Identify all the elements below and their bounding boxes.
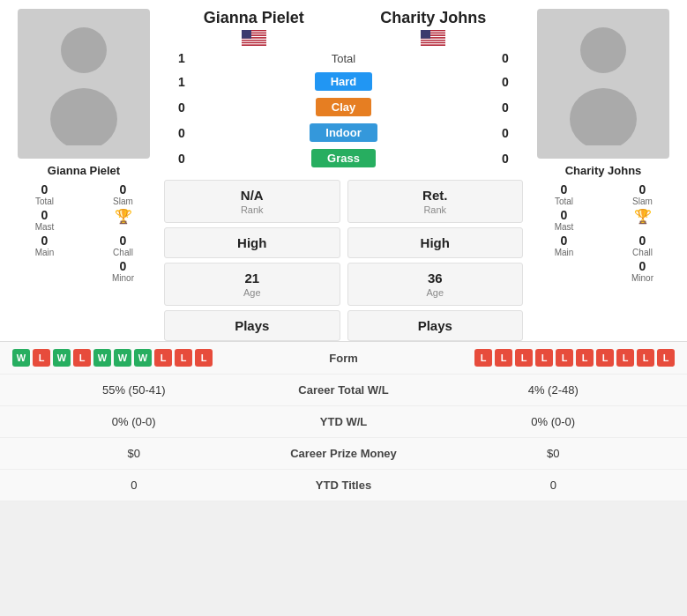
form-badge-left: W <box>12 349 30 367</box>
left-plays-box: Plays <box>164 310 340 341</box>
indoor-badge: Indoor <box>199 123 488 142</box>
svg-rect-12 <box>242 42 266 43</box>
svg-rect-23 <box>421 39 445 40</box>
stat-row-right-value: $0 <box>432 447 676 460</box>
total-score-label: Total <box>199 52 488 65</box>
hard-score-row: 1 Hard 0 <box>164 72 523 91</box>
stat-rows-container: 55% (50-41)Career Total W/L4% (2-48)0% (… <box>0 375 687 501</box>
form-badge-left: L <box>73 349 91 367</box>
svg-rect-29 <box>421 30 430 39</box>
left-age-box: 21 Age <box>164 263 340 306</box>
left-minor-stat: 0 Minor <box>87 259 159 283</box>
right-minor-stat: 0 Minor <box>607 259 678 283</box>
total-score-left: 1 <box>164 51 199 65</box>
form-badge-left: W <box>114 349 131 367</box>
form-badge-left: W <box>134 349 152 367</box>
form-badge-right: L <box>535 349 553 367</box>
right-player-avatar <box>537 9 669 159</box>
bottom-section: WLWLWWWLLL Form LLLLLLLLLL 55% (50-41)Ca… <box>0 341 687 501</box>
grass-label: Grass <box>311 149 376 167</box>
hard-label: Hard <box>315 72 373 91</box>
stat-row-right-value: 0% (0-0) <box>432 415 676 428</box>
form-right: LLLLLLLLLL <box>420 349 676 367</box>
left-trophy-stat: 🏆 <box>87 208 159 232</box>
form-label: Form <box>273 352 414 365</box>
stat-row-right-value: 0 <box>432 479 676 492</box>
indoor-label: Indoor <box>310 123 377 142</box>
form-badge-left: L <box>175 349 192 367</box>
form-badge-right: L <box>576 349 594 367</box>
hard-score-left: 1 <box>164 75 199 89</box>
total-score-row: 1 Total 0 <box>164 51 523 65</box>
stat-row: 0% (0-0)YTD W/L0% (0-0) <box>0 406 687 438</box>
form-badge-left: W <box>93 349 111 367</box>
right-flag-row <box>344 30 524 46</box>
form-badge-right: L <box>474 349 492 367</box>
form-badge-right: L <box>596 349 614 367</box>
indoor-score-left: 0 <box>164 126 199 140</box>
svg-rect-28 <box>421 45 445 46</box>
form-badge-left: W <box>53 349 71 367</box>
right-chall-stat: 0 Chall <box>607 234 678 257</box>
svg-point-30 <box>580 27 626 73</box>
svg-rect-15 <box>242 30 251 39</box>
left-name-top: Gianna Pielet <box>164 9 344 27</box>
stat-row: 55% (50-41)Career Total W/L4% (2-48) <box>0 375 687 406</box>
left-rank-box: N/A Rank <box>164 180 340 223</box>
grass-score-right: 0 <box>488 152 523 166</box>
stat-row-right-value: 4% (2-48) <box>432 383 676 397</box>
surface-rows: 1 Hard 0 0 Clay 0 0 <box>164 72 523 171</box>
clay-score-left: 0 <box>164 100 199 115</box>
form-badge-right: L <box>616 349 634 367</box>
right-main-stat: 0 Main <box>528 234 600 257</box>
left-player-stats: 0 Total 0 Slam 0 Mast 🏆 0 Main <box>9 182 159 283</box>
right-slam-stat: 0 Slam <box>607 182 678 206</box>
clay-score-row: 0 Clay 0 <box>164 98 523 116</box>
svg-rect-14 <box>242 45 266 46</box>
left-trophy-icon: 🏆 <box>115 208 132 225</box>
left-player-avatar <box>18 9 150 159</box>
hard-score-right: 0 <box>488 75 523 89</box>
clay-label: Clay <box>316 98 371 116</box>
right-info-col: Ret. Rank High 36 Age Plays <box>347 180 524 341</box>
svg-rect-13 <box>242 43 266 44</box>
left-chall-stat: 0 Chall <box>87 234 159 257</box>
stat-row-label: Career Prize Money <box>256 447 432 460</box>
left-mast-stat: 0 Mast <box>9 208 80 232</box>
left-high-box: High <box>164 227 340 258</box>
stat-row: $0Career Prize Money$0 <box>0 438 687 470</box>
right-name-top: Charity Johns <box>344 9 524 27</box>
svg-rect-24 <box>421 40 445 41</box>
right-player-header: Charity Johns 0 Total 0 Slam 0 Mast 🏆 <box>528 9 678 283</box>
left-slam-stat: 0 Slam <box>87 182 159 206</box>
grass-score-left: 0 <box>164 152 199 166</box>
form-badge-left: L <box>195 349 213 367</box>
stat-row-label: YTD W/L <box>256 415 432 428</box>
form-badge-right: L <box>657 349 675 367</box>
svg-rect-11 <box>242 41 266 41</box>
stat-row-label: Career Total W/L <box>256 383 432 397</box>
right-player-name: Charity Johns <box>565 164 642 177</box>
form-badge-right: L <box>515 349 533 367</box>
form-badge-left: L <box>33 349 50 367</box>
total-score-right: 0 <box>488 51 523 65</box>
svg-rect-9 <box>242 39 266 40</box>
stat-row-left-value: 0% (0-0) <box>12 415 256 428</box>
stat-row-label: YTD Titles <box>256 479 432 492</box>
left-info-col: N/A Rank High 21 Age Plays <box>164 180 340 341</box>
hard-badge: Hard <box>199 72 488 91</box>
indoor-score-row: 0 Indoor 0 <box>164 123 523 142</box>
svg-point-0 <box>61 27 107 73</box>
indoor-score-right: 0 <box>488 126 523 140</box>
left-player-name: Gianna Pielet <box>48 164 120 177</box>
right-trophy-icon: 🏆 <box>634 208 652 225</box>
svg-point-31 <box>570 88 637 145</box>
right-flag-icon <box>421 30 445 46</box>
info-boxes: N/A Rank High 21 Age Plays <box>164 180 523 341</box>
left-total-stat: 0 Total <box>9 182 80 206</box>
left-flag-row <box>164 30 344 46</box>
svg-rect-25 <box>421 41 445 41</box>
grass-badge: Grass <box>199 149 488 167</box>
right-rank-box: Ret. Rank <box>347 180 524 223</box>
form-badge-left: L <box>154 349 172 367</box>
